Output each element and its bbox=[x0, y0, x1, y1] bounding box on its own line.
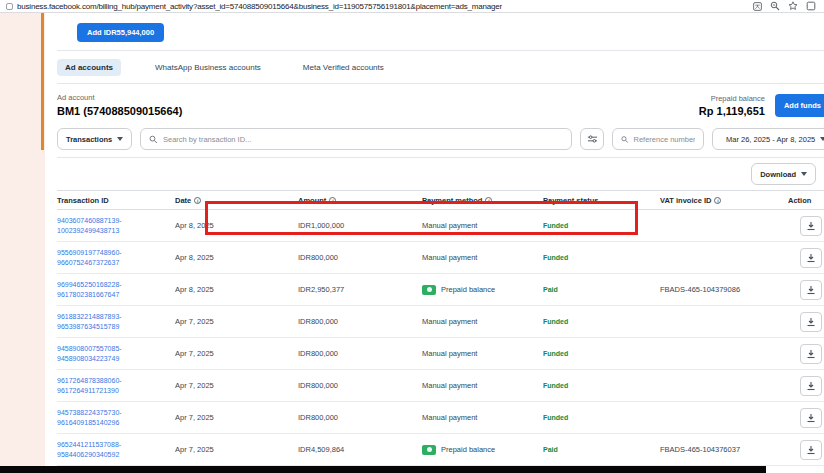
tab-meta-verified-accounts[interactable]: Meta Verified accounts bbox=[295, 59, 392, 76]
transaction-id-link[interactable]: 9457388224375730- bbox=[57, 408, 175, 418]
search-icon bbox=[621, 135, 628, 144]
add-funds-button[interactable]: Add funds bbox=[775, 94, 824, 117]
column-header: VAT invoice ID i bbox=[660, 196, 788, 205]
action-cell bbox=[788, 280, 824, 300]
payment-method-cell: Manual payment bbox=[422, 221, 543, 230]
info-icon[interactable]: i bbox=[329, 197, 336, 204]
filter-sliders-icon bbox=[587, 134, 598, 144]
add-amount-button[interactable]: Add IDR55,944,000 bbox=[77, 23, 164, 42]
filter-row: Transactions Mar 26, 2025 - Apr 8, 2025 bbox=[57, 125, 824, 158]
table-row: 9652441211537088- 9584406290340592 Apr 7… bbox=[57, 434, 824, 466]
row-download-button[interactable] bbox=[800, 440, 822, 460]
download-icon bbox=[806, 317, 816, 327]
payment-status-badge: Paid bbox=[543, 446, 660, 453]
translate-icon[interactable] bbox=[753, 2, 762, 11]
column-header: Transaction ID bbox=[57, 196, 175, 205]
prepaid-balance-icon bbox=[422, 445, 436, 455]
transaction-id-link[interactable]: 9458908007557085- bbox=[57, 344, 175, 354]
table-row: 9458908007557085- 9458908034223749 Apr 7… bbox=[57, 338, 824, 370]
tab-ad-accounts[interactable]: Ad accounts bbox=[57, 59, 121, 76]
transaction-id-link[interactable]: 9617264911721390 bbox=[57, 386, 175, 396]
payment-status-badge: Funded bbox=[543, 350, 660, 357]
info-icon[interactable]: i bbox=[194, 197, 201, 204]
transaction-id-link[interactable]: 9618832214887893- bbox=[57, 312, 175, 322]
transaction-id-link[interactable]: 9403607460887139- bbox=[57, 216, 175, 226]
payment-method-cell: Prepaid balance bbox=[422, 285, 543, 295]
chevron-down-icon bbox=[117, 137, 123, 141]
transaction-id-link[interactable]: 9556909197748960- bbox=[57, 248, 175, 258]
date-range-picker[interactable]: Mar 26, 2025 - Apr 8, 2025 bbox=[712, 128, 824, 150]
transaction-id-link[interactable]: 9458908034223749 bbox=[57, 354, 175, 364]
row-download-button[interactable] bbox=[800, 376, 822, 396]
row-download-button[interactable] bbox=[800, 248, 822, 268]
transaction-search-input[interactable] bbox=[163, 135, 563, 144]
table-row: 9556909197748960- 9660752467372637 Apr 8… bbox=[57, 242, 824, 274]
billing-hub-content: Add IDR55,944,000 Ad accounts WhatsApp B… bbox=[45, 13, 824, 473]
transaction-search-box[interactable] bbox=[140, 128, 572, 150]
payment-status-badge: Funded bbox=[543, 414, 660, 421]
table-header-row: Transaction ID Date i Amount i Payment m… bbox=[57, 190, 824, 210]
download-icon bbox=[806, 413, 816, 423]
filter-sliders-button[interactable] bbox=[580, 128, 604, 150]
table-row: 9403607460887139- 1002392499438713 Apr 8… bbox=[57, 210, 824, 242]
chevron-down-icon bbox=[801, 172, 807, 176]
zoom-icon[interactable] bbox=[770, 1, 780, 11]
payment-method-cell: Manual payment bbox=[422, 349, 543, 358]
transaction-id-link[interactable]: 1002392499438713 bbox=[57, 226, 175, 236]
transaction-id-link[interactable]: 9699465250168228- bbox=[57, 280, 175, 290]
transaction-id-link[interactable]: 9584406290340592 bbox=[57, 450, 175, 460]
prepaid-balance-value: Rp 1,119,651 bbox=[699, 105, 765, 117]
vat-invoice-cell: FBADS-465-104376037 bbox=[660, 445, 788, 454]
table-row: 9617264878388060- 9617264911721390 Apr 7… bbox=[57, 370, 824, 402]
amount-cell: IDR800,000 bbox=[298, 381, 422, 390]
prepaid-balance-icon bbox=[422, 285, 436, 295]
transactions-dropdown[interactable]: Transactions bbox=[57, 128, 132, 150]
tab-whatsapp-business-accounts[interactable]: WhatsApp Business accounts bbox=[147, 59, 269, 76]
info-icon[interactable]: i bbox=[714, 197, 721, 204]
table-row: 9699465250168228- 9617802381667647 Apr 8… bbox=[57, 274, 824, 306]
download-icon bbox=[806, 285, 816, 295]
payment-status-badge: Funded bbox=[543, 318, 660, 325]
transaction-id-cell: 9699465250168228- 9617802381667647 bbox=[57, 280, 175, 300]
row-download-button[interactable] bbox=[800, 216, 822, 236]
date-cell: Apr 8, 2025 bbox=[175, 285, 298, 294]
prepaid-balance-block: Prepaid balance Rp 1,119,651 bbox=[699, 94, 775, 117]
bottom-black-bar bbox=[0, 466, 766, 473]
reference-number-input[interactable] bbox=[633, 135, 695, 144]
transaction-id-link[interactable]: 9616409185140296 bbox=[57, 418, 175, 428]
amount-cell: IDR800,000 bbox=[298, 413, 422, 422]
download-button-label: Download bbox=[760, 170, 796, 179]
download-button[interactable]: Download bbox=[751, 163, 816, 185]
column-header: Action bbox=[788, 196, 824, 205]
orange-accent-line bbox=[41, 13, 44, 150]
info-icon[interactable]: i bbox=[485, 197, 492, 204]
vat-invoice-cell: FBADS-465-104379086 bbox=[660, 285, 788, 294]
date-cell: Apr 8, 2025 bbox=[175, 221, 298, 230]
transaction-id-link[interactable]: 9617802381667647 bbox=[57, 290, 175, 300]
payment-method-cell: Manual payment bbox=[422, 381, 543, 390]
bookmark-star-icon[interactable] bbox=[788, 1, 798, 11]
row-download-button[interactable] bbox=[800, 408, 822, 428]
account-label: Ad account bbox=[57, 93, 182, 102]
search-icon bbox=[149, 135, 158, 144]
tab-switcher-icon[interactable] bbox=[806, 1, 816, 11]
reference-number-box[interactable] bbox=[612, 128, 704, 150]
site-info-icon[interactable] bbox=[6, 3, 13, 10]
download-icon bbox=[806, 349, 816, 359]
transaction-id-cell: 9617264878388060- 9617264911721390 bbox=[57, 376, 175, 396]
transaction-id-link[interactable]: 9653987634515789 bbox=[57, 322, 175, 332]
row-download-button[interactable] bbox=[800, 280, 822, 300]
row-download-button[interactable] bbox=[800, 344, 822, 364]
url-text[interactable]: business.facebook.com/billing_hub/paymen… bbox=[17, 2, 749, 11]
payment-method-cell: Prepaid balance bbox=[422, 445, 543, 455]
transaction-id-cell: 9403607460887139- 1002392499438713 bbox=[57, 216, 175, 236]
row-download-button[interactable] bbox=[800, 312, 822, 332]
transaction-id-cell: 9652441211537088- 9584406290340592 bbox=[57, 440, 175, 460]
download-icon bbox=[806, 381, 816, 391]
transaction-id-link[interactable]: 9617264878388060- bbox=[57, 376, 175, 386]
screen: business.facebook.com/billing_hub/paymen… bbox=[0, 0, 824, 473]
transaction-id-link[interactable]: 9660752467372637 bbox=[57, 258, 175, 268]
date-cell: Apr 7, 2025 bbox=[175, 381, 298, 390]
browser-address-bar[interactable]: business.facebook.com/billing_hub/paymen… bbox=[0, 0, 824, 13]
transaction-id-link[interactable]: 9652441211537088- bbox=[57, 440, 175, 450]
